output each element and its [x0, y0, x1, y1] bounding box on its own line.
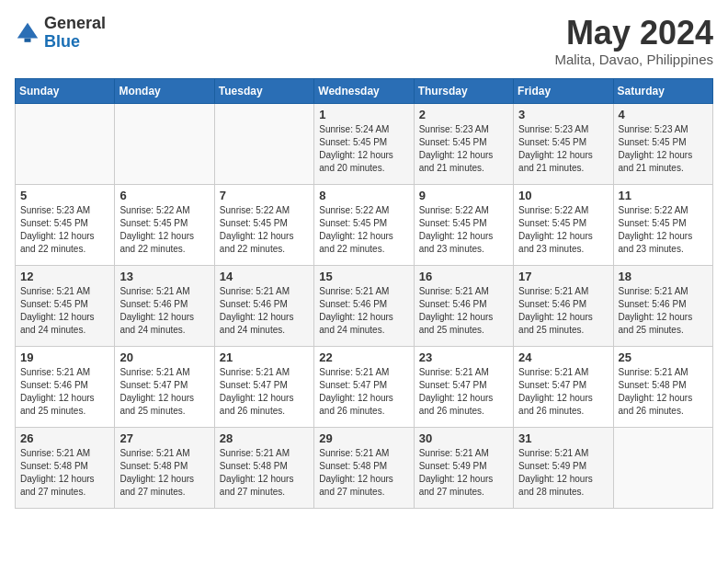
day-detail: Sunrise: 5:21 AM Sunset: 5:49 PM Dayligh… [518, 447, 608, 499]
calendar-cell: 11Sunrise: 5:22 AM Sunset: 5:45 PM Dayli… [613, 184, 712, 265]
day-detail: Sunrise: 5:21 AM Sunset: 5:47 PM Dayligh… [518, 366, 608, 418]
calendar-cell: 18Sunrise: 5:21 AM Sunset: 5:46 PM Dayli… [613, 265, 712, 346]
calendar-cell: 26Sunrise: 5:21 AM Sunset: 5:48 PM Dayli… [16, 427, 115, 508]
calendar-cell: 10Sunrise: 5:22 AM Sunset: 5:45 PM Dayli… [514, 184, 613, 265]
day-detail: Sunrise: 5:23 AM Sunset: 5:45 PM Dayligh… [518, 123, 608, 175]
logo-text: General Blue [44, 15, 106, 52]
day-number: 9 [419, 189, 508, 202]
calendar-cell: 22Sunrise: 5:21 AM Sunset: 5:47 PM Dayli… [314, 346, 414, 427]
day-number: 12 [20, 270, 109, 283]
day-number: 5 [20, 189, 109, 202]
calendar-cell [16, 103, 115, 184]
calendar-cell: 24Sunrise: 5:21 AM Sunset: 5:47 PM Dayli… [514, 346, 613, 427]
day-number: 3 [518, 108, 608, 121]
weekday-header: Friday [514, 78, 613, 103]
day-number: 26 [20, 431, 109, 445]
calendar-week-row: 1Sunrise: 5:24 AM Sunset: 5:45 PM Daylig… [16, 103, 713, 184]
calendar-table: SundayMondayTuesdayWednesdayThursdayFrid… [15, 78, 713, 509]
logo-blue: Blue [44, 33, 106, 52]
page-header: General Blue May 2024 Malita, Davao, Phi… [15, 15, 713, 67]
logo-general: General [44, 15, 106, 33]
day-detail: Sunrise: 5:21 AM Sunset: 5:46 PM Dayligh… [119, 285, 209, 337]
calendar-cell: 15Sunrise: 5:21 AM Sunset: 5:46 PM Dayli… [314, 265, 414, 346]
day-detail: Sunrise: 5:21 AM Sunset: 5:48 PM Dayligh… [20, 447, 109, 499]
day-detail: Sunrise: 5:23 AM Sunset: 5:45 PM Dayligh… [20, 204, 109, 256]
calendar-cell: 23Sunrise: 5:21 AM Sunset: 5:47 PM Dayli… [414, 346, 513, 427]
day-detail: Sunrise: 5:21 AM Sunset: 5:48 PM Dayligh… [119, 447, 209, 499]
day-number: 18 [619, 270, 708, 283]
calendar-week-row: 12Sunrise: 5:21 AM Sunset: 5:45 PM Dayli… [16, 265, 713, 346]
day-number: 14 [220, 270, 309, 283]
day-detail: Sunrise: 5:21 AM Sunset: 5:46 PM Dayligh… [419, 285, 508, 337]
month-year: May 2024 [554, 15, 713, 52]
calendar-cell: 3Sunrise: 5:23 AM Sunset: 5:45 PM Daylig… [514, 103, 613, 184]
day-number: 30 [419, 431, 508, 445]
calendar-cell: 31Sunrise: 5:21 AM Sunset: 5:49 PM Dayli… [514, 427, 613, 508]
svg-rect-1 [25, 38, 31, 41]
day-detail: Sunrise: 5:21 AM Sunset: 5:46 PM Dayligh… [220, 285, 309, 337]
day-number: 21 [220, 350, 309, 364]
day-detail: Sunrise: 5:21 AM Sunset: 5:48 PM Dayligh… [619, 366, 708, 418]
weekday-header: Wednesday [314, 78, 414, 103]
day-number: 15 [319, 270, 408, 283]
calendar-cell: 17Sunrise: 5:21 AM Sunset: 5:46 PM Dayli… [514, 265, 613, 346]
svg-marker-0 [17, 23, 38, 39]
calendar-week-row: 26Sunrise: 5:21 AM Sunset: 5:48 PM Dayli… [16, 427, 713, 508]
day-number: 4 [619, 108, 708, 121]
calendar-body: 1Sunrise: 5:24 AM Sunset: 5:45 PM Daylig… [16, 103, 713, 508]
day-number: 29 [319, 431, 408, 445]
calendar-cell: 2Sunrise: 5:23 AM Sunset: 5:45 PM Daylig… [414, 103, 513, 184]
day-detail: Sunrise: 5:23 AM Sunset: 5:45 PM Dayligh… [419, 123, 508, 175]
day-detail: Sunrise: 5:21 AM Sunset: 5:47 PM Dayligh… [220, 366, 309, 418]
day-detail: Sunrise: 5:21 AM Sunset: 5:46 PM Dayligh… [20, 366, 109, 418]
calendar-cell: 8Sunrise: 5:22 AM Sunset: 5:45 PM Daylig… [314, 184, 414, 265]
calendar-cell [115, 103, 214, 184]
day-detail: Sunrise: 5:21 AM Sunset: 5:46 PM Dayligh… [619, 285, 708, 337]
calendar-cell [613, 427, 712, 508]
calendar-cell: 14Sunrise: 5:21 AM Sunset: 5:46 PM Dayli… [214, 265, 313, 346]
calendar-cell [214, 103, 313, 184]
calendar-cell: 27Sunrise: 5:21 AM Sunset: 5:48 PM Dayli… [115, 427, 214, 508]
title-block: May 2024 Malita, Davao, Philippines [554, 15, 713, 67]
day-detail: Sunrise: 5:22 AM Sunset: 5:45 PM Dayligh… [319, 204, 408, 256]
day-detail: Sunrise: 5:21 AM Sunset: 5:47 PM Dayligh… [419, 366, 508, 418]
calendar-week-row: 5Sunrise: 5:23 AM Sunset: 5:45 PM Daylig… [16, 184, 713, 265]
weekday-header-row: SundayMondayTuesdayWednesdayThursdayFrid… [16, 78, 713, 103]
day-detail: Sunrise: 5:22 AM Sunset: 5:45 PM Dayligh… [419, 204, 508, 256]
day-detail: Sunrise: 5:22 AM Sunset: 5:45 PM Dayligh… [220, 204, 309, 256]
calendar-cell: 13Sunrise: 5:21 AM Sunset: 5:46 PM Dayli… [115, 265, 214, 346]
day-number: 23 [419, 350, 508, 364]
day-number: 7 [220, 189, 309, 202]
calendar-cell: 29Sunrise: 5:21 AM Sunset: 5:48 PM Dayli… [314, 427, 414, 508]
calendar-cell: 16Sunrise: 5:21 AM Sunset: 5:46 PM Dayli… [414, 265, 513, 346]
day-number: 24 [518, 350, 608, 364]
weekday-header: Thursday [414, 78, 513, 103]
calendar-cell: 30Sunrise: 5:21 AM Sunset: 5:49 PM Dayli… [414, 427, 513, 508]
calendar-week-row: 19Sunrise: 5:21 AM Sunset: 5:46 PM Dayli… [16, 346, 713, 427]
weekday-header: Sunday [16, 78, 115, 103]
day-number: 11 [619, 189, 708, 202]
weekday-header: Saturday [613, 78, 712, 103]
day-detail: Sunrise: 5:21 AM Sunset: 5:49 PM Dayligh… [419, 447, 508, 499]
day-detail: Sunrise: 5:21 AM Sunset: 5:48 PM Dayligh… [319, 447, 408, 499]
day-detail: Sunrise: 5:22 AM Sunset: 5:45 PM Dayligh… [518, 204, 608, 256]
day-number: 17 [518, 270, 608, 283]
day-detail: Sunrise: 5:21 AM Sunset: 5:47 PM Dayligh… [319, 366, 408, 418]
calendar-cell: 1Sunrise: 5:24 AM Sunset: 5:45 PM Daylig… [314, 103, 414, 184]
day-detail: Sunrise: 5:21 AM Sunset: 5:45 PM Dayligh… [20, 285, 109, 337]
day-detail: Sunrise: 5:24 AM Sunset: 5:45 PM Dayligh… [319, 123, 408, 175]
day-number: 27 [119, 431, 209, 445]
day-number: 25 [619, 350, 708, 364]
weekday-header: Tuesday [214, 78, 313, 103]
day-number: 22 [319, 350, 408, 364]
day-detail: Sunrise: 5:21 AM Sunset: 5:46 PM Dayligh… [319, 285, 408, 337]
day-detail: Sunrise: 5:21 AM Sunset: 5:48 PM Dayligh… [220, 447, 309, 499]
day-detail: Sunrise: 5:21 AM Sunset: 5:47 PM Dayligh… [119, 366, 209, 418]
day-number: 8 [319, 189, 408, 202]
day-number: 2 [419, 108, 508, 121]
day-number: 19 [20, 350, 109, 364]
day-number: 10 [518, 189, 608, 202]
calendar-cell: 19Sunrise: 5:21 AM Sunset: 5:46 PM Dayli… [16, 346, 115, 427]
day-number: 13 [119, 270, 209, 283]
weekday-header: Monday [115, 78, 214, 103]
